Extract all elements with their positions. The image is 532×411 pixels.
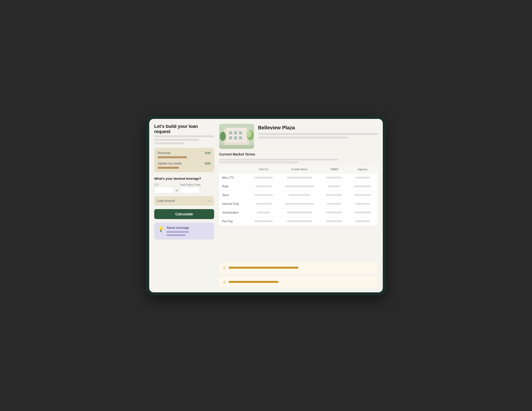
cell-skel (288, 194, 310, 196)
svg-point-9 (220, 132, 226, 141)
cell-skel (326, 194, 343, 196)
property-header: Belleview Plaza (219, 124, 378, 149)
property-image (219, 124, 254, 149)
cell-skel (328, 185, 340, 187)
table-row: Max LTV (219, 173, 378, 182)
cell-skel (326, 220, 343, 222)
panel-header: Let's build your loan request (154, 124, 214, 144)
leverage-section: What's your desired leverage? LTC x Tota… (154, 177, 214, 206)
update-edit-link[interactable]: Edit (205, 162, 211, 165)
update-bar (158, 167, 179, 169)
cell-skel (254, 194, 273, 196)
skeleton-line-1 (154, 135, 214, 137)
ltc-row: LTC x Total Project Costs (154, 183, 214, 194)
ltc-group: LTC (154, 183, 174, 194)
ltc-input[interactable] (154, 187, 174, 194)
alert-row-2: ⚠ (219, 277, 378, 287)
cell-skel (256, 203, 272, 205)
market-terms-bar-2 (219, 162, 298, 163)
market-terms-title: Current Market Terms (219, 152, 378, 156)
warning-icon-1: ⚠ (223, 265, 226, 270)
col-header-lifeco: Life Co (249, 165, 278, 173)
cell-skel (354, 212, 371, 213)
table-row: Interest Only (219, 200, 378, 208)
about-leverage-bar-2 (166, 234, 186, 236)
property-name: Belleview Plaza (258, 125, 378, 131)
cell-skel (287, 177, 312, 178)
recourse-card: Recourse Edit Update my results Edit (154, 148, 214, 172)
market-terms-section: Current Market Terms Life Co Credit Unio… (219, 152, 378, 259)
svg-point-11 (247, 130, 252, 137)
cell-skel (287, 220, 312, 222)
col-header-agency: Agency (348, 165, 378, 173)
total-project-label: Total Project Costs (180, 183, 201, 186)
alert-bar-1 (229, 267, 298, 269)
row-label-term: Term (219, 191, 249, 200)
cell-skel (256, 185, 272, 187)
leverage-title: What's your desired leverage? (154, 177, 214, 180)
svg-rect-6 (229, 136, 232, 139)
cell-skel (355, 177, 370, 178)
cell-skel (326, 212, 343, 213)
device-frame: Let's build your loan request Recourse E… (146, 116, 386, 295)
cell-skel (355, 203, 370, 205)
svg-rect-4 (234, 131, 237, 134)
cell-skel (354, 185, 371, 187)
svg-rect-2 (227, 128, 247, 143)
cell-skel (354, 194, 371, 196)
right-panel: Belleview Plaza Current Market Terms Li (219, 124, 378, 287)
col-header-empty (219, 165, 249, 173)
market-terms-table: Life Co Credit Union CMBS Agency Max LTV (219, 165, 378, 226)
svg-rect-12 (219, 145, 254, 149)
cell-skel (327, 203, 341, 205)
svg-rect-7 (234, 136, 237, 139)
about-leverage-content: About Leverage (166, 226, 189, 236)
row-label-io: Interest Only (219, 200, 249, 208)
row-label-maxltv: Max LTV (219, 173, 249, 182)
cell-skel (257, 212, 271, 213)
update-row: Update my results Edit (158, 162, 211, 169)
svg-rect-5 (239, 131, 242, 134)
panel-title: Let's build your loan request (154, 124, 214, 134)
svg-rect-3 (229, 131, 232, 134)
loan-amount-label: Loan Amount (157, 199, 175, 203)
left-panel: Let's build your loan request Recourse E… (154, 124, 214, 287)
cell-skel (287, 212, 312, 213)
property-info: Belleview Plaza (258, 124, 378, 139)
row-label-prepay: Pre Pay (219, 217, 249, 226)
cell-skel (254, 177, 273, 178)
property-skeleton-group (258, 133, 378, 139)
skeleton-line-2 (154, 139, 199, 141)
table-row: Pre Pay (219, 217, 378, 226)
about-leverage-card: 💡 About Leverage (154, 223, 214, 240)
row-label-amort: Amortization (219, 208, 249, 217)
total-project-group: Total Project Costs (180, 183, 201, 194)
skeleton-line-3 (154, 142, 184, 144)
alert-row-1: ⚠ (219, 262, 378, 273)
update-label: Update my results (158, 162, 182, 165)
cell-skel (355, 220, 370, 222)
cell-skel (285, 203, 314, 205)
about-leverage-bar-1 (166, 231, 189, 233)
recourse-row: Recourse Edit (158, 151, 211, 158)
col-header-creditunion: Credit Union (278, 165, 321, 173)
recourse-edit-link[interactable]: Edit (205, 151, 211, 155)
recourse-label: Recourse (158, 151, 170, 155)
loan-amount-value: — (207, 199, 211, 203)
multiply-sign: x (176, 188, 178, 192)
cell-skel (285, 185, 314, 187)
svg-rect-8 (239, 136, 242, 139)
market-terms-bar-1 (219, 159, 338, 161)
cell-skel (326, 177, 343, 178)
recourse-bar (158, 156, 187, 158)
table-row: Amortization (219, 208, 378, 217)
prop-skel-1 (258, 133, 378, 135)
cell-skel (254, 220, 273, 222)
loan-amount-row: Loan Amount — (154, 196, 214, 206)
total-project-input[interactable] (180, 187, 200, 194)
calculate-button[interactable]: Calcuulate (154, 209, 214, 219)
app-container: Let's build your loan request Recourse E… (149, 119, 383, 292)
table-row: Term (219, 191, 378, 200)
warning-icon-2: ⚠ (223, 280, 226, 284)
table-row: Rate (219, 182, 378, 191)
